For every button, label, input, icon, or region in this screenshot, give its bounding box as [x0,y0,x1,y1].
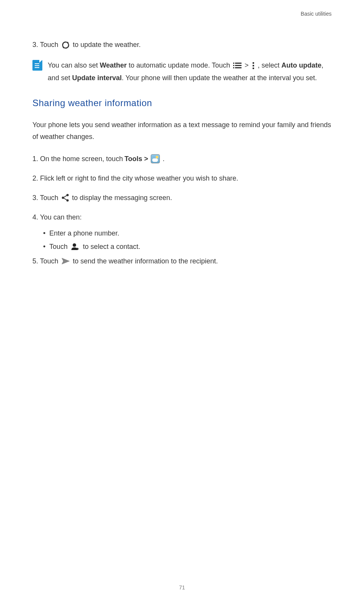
bullet2-suffix: to select a contact. [83,243,140,251]
svg-rect-5 [235,67,242,68]
refresh-icon [61,40,70,50]
step-2: 2. Flick left or right to find the city … [32,173,332,184]
section-intro: Your phone lets you send weather informa… [32,119,332,143]
note-bold-interval: Update interval [72,74,122,82]
svg-rect-1 [235,63,242,64]
step3-suffix: to display the messaging screen. [72,193,172,203]
note-comma: , [256,61,260,69]
note-icon [32,60,42,71]
svg-point-14 [73,244,76,247]
step-text-suffix: to update the weather. [73,40,141,50]
share-icon [61,194,69,202]
note-text-content: You can also set Weather to automatic up… [48,59,332,85]
send-icon [61,257,70,265]
note-bold-weather: Weather [100,61,127,69]
weather-app-icon [151,154,160,163]
step3-prefix: 3. Touch [32,193,58,203]
svg-rect-4 [233,67,234,68]
step-3: 3. Touch to display the messaging screen… [32,193,332,203]
svg-rect-6 [253,62,254,64]
step1-suffix: . [163,154,164,164]
step-text-prefix: 3. Touch [32,40,58,50]
step-3-update: 3. Touch to update the weather. [32,40,332,50]
note-part2: to automatic update mode. Touch [127,61,232,69]
note-part3: select [262,61,282,69]
svg-rect-3 [235,65,242,66]
svg-line-12 [64,195,67,197]
svg-rect-0 [233,63,234,64]
overflow-menu-icon [252,62,255,69]
step-5: 5. Touch to send the weather information… [32,256,332,266]
note-part1: You can also set [48,61,100,69]
svg-line-13 [64,198,67,200]
step1-bold: Tools > [124,154,148,164]
list-icon [233,62,242,69]
bullet-1: Enter a phone number. [43,229,332,237]
page-content: Basic utilities 3. Touch to update the w… [0,0,364,266]
step-1: 1. On the home screen, touch Tools > . [32,154,332,164]
bullet-list: Enter a phone number. Touch to select a … [43,229,332,251]
note-bold-auto: Auto update [282,61,322,69]
bullet2-prefix: Touch [49,243,68,251]
note-part5: . Your phone will then update the weathe… [122,74,317,82]
add-contact-icon [71,243,79,250]
bullet1-text: Enter a phone number. [49,229,119,237]
svg-rect-7 [253,65,254,66]
step-4: 4. You can then: [32,212,332,223]
svg-rect-8 [253,68,254,69]
step1-prefix: 1. On the home screen, touch [32,154,123,164]
note-gt: > [243,61,251,69]
step5-prefix: 5. Touch [32,256,58,266]
chapter-header: Basic utilities [32,11,332,17]
note-box: You can also set Weather to automatic up… [32,59,332,85]
section-heading: Sharing weather information [32,98,332,108]
step5-suffix: to send the weather information to the r… [73,256,218,266]
bullet-2: Touch to select a contact. [43,243,332,251]
page-number: 71 [0,584,364,591]
svg-rect-2 [233,65,234,66]
